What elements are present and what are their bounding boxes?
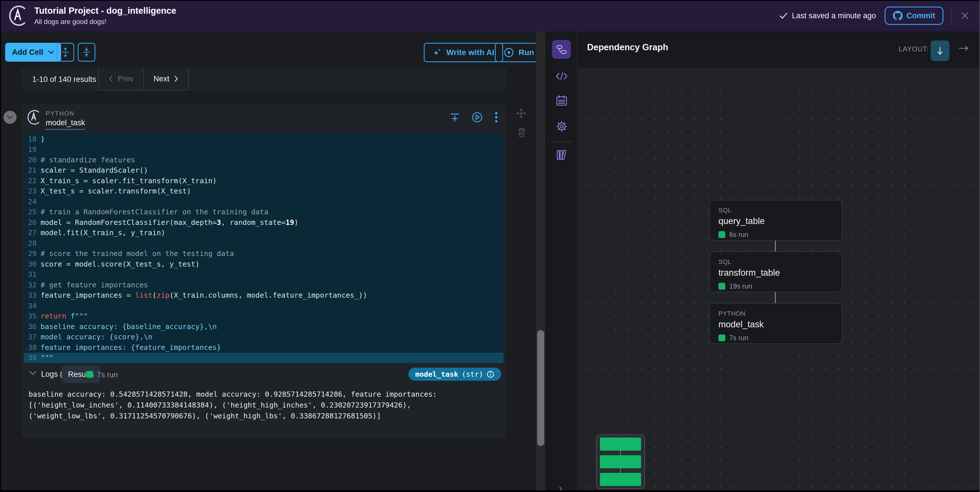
line-number: 29 xyxy=(24,249,41,258)
graph-node-transform-table[interactable]: SQL transform_table 19s run xyxy=(709,251,842,292)
code-text: feature_importances = list(zip(X_train.c… xyxy=(41,291,367,299)
line-number: 27 xyxy=(24,229,41,237)
node-status-square xyxy=(718,283,725,290)
layout-vertical-button[interactable] xyxy=(931,41,950,61)
sparkles-icon xyxy=(433,48,442,57)
window-border xyxy=(0,0,1,492)
tab-library[interactable] xyxy=(556,149,568,161)
cell-name[interactable]: model_task xyxy=(46,118,85,130)
line-number: 30 xyxy=(24,260,41,268)
tab-schedule[interactable] xyxy=(556,95,568,107)
node-name: transform_table xyxy=(718,268,842,278)
check-icon xyxy=(779,12,788,19)
output-variable-badge[interactable]: model_task (str) xyxy=(408,368,501,381)
code-line[interactable]: 20# standardize features xyxy=(24,155,503,165)
move-icon[interactable] xyxy=(516,108,527,119)
next-page-button[interactable]: Next xyxy=(144,68,188,90)
python-cell: PYTHON model_task 18)1920# standardize f… xyxy=(21,103,506,438)
line-number: 33 xyxy=(24,291,41,299)
prev-label: Prev xyxy=(118,75,134,83)
minimap-node xyxy=(600,473,641,486)
code-editor[interactable]: 18)1920# standardize features21scaler = … xyxy=(24,133,503,363)
graph-edge xyxy=(775,241,776,251)
line-number: 26 xyxy=(24,218,41,227)
node-type-label: SQL xyxy=(718,258,842,266)
cell-language-label: PYTHON xyxy=(46,110,75,117)
panel-title: Dependency Graph xyxy=(587,42,668,52)
minimap-edge xyxy=(620,468,621,473)
code-line[interactable]: 21scaler = StandardScaler() xyxy=(24,165,503,176)
graph-node-query-table[interactable]: SQL query_table 6s run xyxy=(709,200,842,241)
layout-horizontal-button[interactable] xyxy=(958,44,969,52)
calendar-icon xyxy=(556,95,568,107)
code-line[interactable]: 38feature importances: {feature_importan… xyxy=(24,342,503,353)
code-text: # score the trained model on the testing… xyxy=(41,249,234,258)
node-name: query_table xyxy=(718,216,842,226)
graph-canvas[interactable]: SQL query_table 6s run SQL transform_tab… xyxy=(578,68,980,492)
code-lines: 18)1920# standardize features21scaler = … xyxy=(24,134,503,363)
tab-dependency-graph[interactable] xyxy=(552,40,571,59)
commit-button[interactable]: Commit xyxy=(885,6,944,25)
code-line[interactable]: 27model.fit(X_train_s, y_train) xyxy=(24,228,503,238)
commit-label: Commit xyxy=(907,11,935,20)
code-line[interactable]: 33feature_importances = list(zip(X_train… xyxy=(24,290,503,301)
node-run-time: 19s run xyxy=(729,282,752,290)
code-line[interactable]: 32# get feature importances xyxy=(24,280,503,290)
output-line: ('weight_low_lbs', 0.31711254570790676),… xyxy=(29,411,437,422)
add-cell-label: Add Cell xyxy=(12,48,43,57)
write-with-ai-button[interactable]: Write with AI xyxy=(424,43,503,62)
sidebar-divider xyxy=(551,141,571,142)
notebook-toolbar: Add Cell Write wi xyxy=(0,32,546,68)
line-number: 37 xyxy=(24,333,41,341)
run-cell-icon[interactable] xyxy=(471,111,483,123)
graph-node-model-task[interactable]: PYTHON model_task 7s run xyxy=(709,303,842,344)
tab-code[interactable] xyxy=(555,71,568,81)
graph-minimap[interactable] xyxy=(596,434,645,489)
code-line[interactable]: 28 xyxy=(24,238,503,249)
code-line[interactable]: 23X_test_s = scaler.transform(X_test) xyxy=(24,186,503,197)
dependency-graph-icon xyxy=(555,43,567,56)
code-line[interactable]: 22X_train_s = scaler.fit_transform(X_tra… xyxy=(24,176,503,186)
code-line[interactable]: 30score = model.score(X_test_s, y_test) xyxy=(24,259,503,270)
add-cell-button[interactable]: Add Cell xyxy=(5,43,61,62)
line-number: 25 xyxy=(24,208,41,216)
write-with-ai-label: Write with AI xyxy=(446,48,494,57)
cell-actions xyxy=(450,111,498,123)
tab-settings[interactable] xyxy=(556,121,568,132)
results-tab[interactable]: Results xyxy=(62,366,100,383)
vertical-scrollbar[interactable] xyxy=(536,32,546,492)
code-line[interactable]: 29# score the trained model on the testi… xyxy=(24,249,503,259)
cell-output: baseline accuracy: 0.5428571428571428, m… xyxy=(29,389,437,422)
chevron-down-icon[interactable] xyxy=(29,370,37,376)
code-line[interactable]: 25# train a RandomForestClassifier on th… xyxy=(24,207,503,217)
code-line[interactable]: 19 xyxy=(24,144,503,155)
expand-all-cells-button[interactable] xyxy=(57,43,74,62)
output-variable-name: model_task xyxy=(415,370,458,378)
trash-icon[interactable] xyxy=(517,127,527,138)
code-line[interactable]: 26model = RandomForestClassifier(max_dep… xyxy=(24,217,503,228)
cell-logo-icon xyxy=(26,109,41,125)
collapse-cell-button[interactable] xyxy=(3,111,17,124)
code-line[interactable]: 31 xyxy=(24,270,503,280)
collapse-all-cells-button[interactable] xyxy=(78,43,95,62)
line-number: 31 xyxy=(24,270,41,279)
node-run-time: 6s run xyxy=(729,230,748,238)
code-line[interactable]: 24 xyxy=(24,196,503,207)
arrow-down-icon xyxy=(936,46,944,56)
line-number: 28 xyxy=(24,239,41,248)
line-number: 34 xyxy=(24,302,41,310)
chevron-left-icon xyxy=(108,75,113,82)
prev-page-button[interactable]: Prev xyxy=(99,68,144,90)
line-number: 20 xyxy=(24,156,41,164)
code-line[interactable]: 34 xyxy=(24,300,503,311)
code-line[interactable]: 35return f""" xyxy=(24,311,503,322)
code-line[interactable]: 18) xyxy=(24,134,503,144)
code-line[interactable]: 36baseline accuracy: {baseline_accuracy}… xyxy=(24,321,503,332)
close-icon[interactable] xyxy=(960,11,970,21)
filter-add-icon[interactable] xyxy=(450,113,460,122)
code-line[interactable]: 37model accuracy: {score},\n xyxy=(24,332,503,343)
code-line[interactable]: 39""" xyxy=(24,353,503,363)
scrollbar-thumb[interactable] xyxy=(537,330,544,446)
table-cell-footer: 1-10 of 140 results Prev Next xyxy=(21,68,506,91)
kebab-menu-icon[interactable] xyxy=(495,111,498,123)
